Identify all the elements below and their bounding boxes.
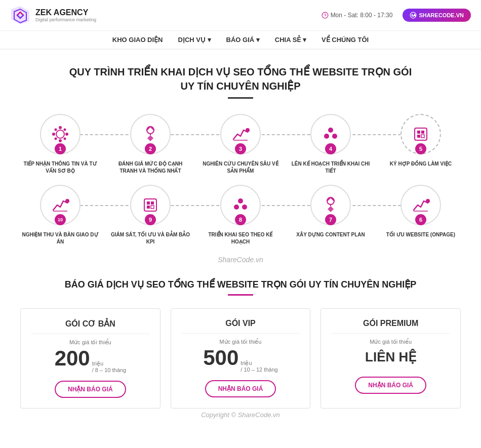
step-label-6: TỐI ƯU WEBSITE (ONPAGE) xyxy=(386,231,455,238)
svg-point-8 xyxy=(52,133,55,136)
pricing-btn-co-ban[interactable]: NHẬN BÁO GIÁ xyxy=(55,381,126,398)
step-3: 3 NGHIÊN CỨU CHUYÊN SÂU VỀ SẢN PHẨM xyxy=(201,114,280,175)
step-label-2: ĐÁNH GIÁ MỨC ĐỘ CẠNH TRANH VÀ THỐNG NHẤT xyxy=(110,160,190,175)
svg-point-11 xyxy=(64,129,66,131)
step-number-10: 10 xyxy=(55,214,66,225)
pricing-card-title-1: GÓI CƠ BẢN xyxy=(31,319,150,334)
svg-text:LA: LA xyxy=(412,14,416,17)
pricing-contact-3: LIÊN HỆ xyxy=(365,349,416,364)
svg-rect-21 xyxy=(415,128,427,140)
sharecode-button[interactable]: LA SHARECODE.VN xyxy=(403,9,471,22)
pricing-label-2: Mức giá tối thiểu xyxy=(181,339,300,345)
step-circle-9: 9 xyxy=(130,185,171,225)
step-number-5: 5 xyxy=(415,143,426,154)
svg-rect-30 xyxy=(151,201,154,205)
step7-icon xyxy=(322,196,340,214)
pricing-card-vip: GÓI VIP Mức giá tối thiểu 500 triệu / 10… xyxy=(171,308,311,409)
header-center: Mon - Sat: 8:00 - 17:30 LA SHARECODE.VN xyxy=(322,9,471,22)
step-circle-10: 10 xyxy=(40,185,81,225)
svg-rect-24 xyxy=(417,135,420,138)
step10-icon xyxy=(51,196,69,214)
svg-point-14 xyxy=(147,127,154,134)
svg-point-26 xyxy=(65,199,69,203)
pricing-unit-1: triệu xyxy=(92,360,126,367)
step-9: 9 GIÁM SÁT, TỐI ƯU VÀ ĐẢM BẢO KPI xyxy=(110,185,190,246)
pricing-btn-vip[interactable]: NHẬN BÁO GIÁ xyxy=(205,380,276,397)
pricing-duration-2: / 10 – 12 tháng xyxy=(240,366,277,373)
step-label-4: LÊN KẾ HOẠCH TRIỂN KHAI CHI TIẾT xyxy=(291,160,371,175)
pricing-unit-2: triệu xyxy=(240,360,277,366)
svg-point-20 xyxy=(332,134,337,139)
step4-icon xyxy=(322,125,340,143)
svg-point-16 xyxy=(246,128,250,132)
step-circle-4: 4 xyxy=(310,114,351,154)
step-circle-6: 6 xyxy=(400,185,441,225)
nav-kho-giao-dien[interactable]: KHO GIAO DIỆN xyxy=(112,36,163,44)
pricing-title: BÁO GIÁ DỊCH VỤ SEO TỔNG THỂ WEBSITE TRỌ… xyxy=(20,279,461,290)
step-label-9: GIÁM SÁT, TỐI ƯU VÀ ĐẢM BẢO KPI xyxy=(110,231,190,246)
pricing-btn-premium[interactable]: NHẬN BÁO GIÁ xyxy=(355,377,426,394)
step8-icon xyxy=(231,196,250,214)
svg-point-7 xyxy=(59,139,62,142)
step-label-8: TRIỂN KHAI SEO THEO KẾ HOẠCH xyxy=(201,231,280,246)
step9-icon xyxy=(141,196,159,214)
steps-row-2: 10 NGHIỆM THU VÀ BÀN GIAO DỰ ÁN 9 GIÁM xyxy=(20,185,461,246)
pricing-card-title-3: GÓI PREMIUM xyxy=(331,319,450,334)
step3-icon xyxy=(231,125,250,143)
copyright: Copyright © ShareCode.vn xyxy=(20,411,461,419)
logo-icon xyxy=(10,5,30,25)
title-divider xyxy=(228,97,253,99)
la-icon: LA xyxy=(410,12,417,19)
step1-icon xyxy=(51,125,69,143)
nav-dich-vu[interactable]: DỊCH VỤ ▾ xyxy=(178,36,211,44)
pricing-card-co-ban: GÓI CƠ BẢN Mức giá tối thiểu 200 triệu /… xyxy=(20,308,161,409)
step-number-2: 2 xyxy=(145,143,156,154)
svg-point-12 xyxy=(55,138,57,140)
time-label: Mon - Sat: 8:00 - 17:30 xyxy=(331,12,393,19)
svg-point-33 xyxy=(238,198,243,203)
step-circle-7: 7 xyxy=(310,185,351,225)
process-title: QUY TRÌNH TRIỂN KHAI DỊCH VỤ SEO TỔNG TH… xyxy=(20,65,461,93)
pricing-amount-1: 200 xyxy=(55,348,90,369)
step-label-7: XÂY DỰNG CONTENT PLAN xyxy=(296,231,365,238)
nav-ve-chung-toi[interactable]: VỀ CHÚNG TÔI xyxy=(322,36,369,44)
watermark: ShareCode.vn xyxy=(20,256,461,264)
pricing-card-title-2: GÓI VIP xyxy=(181,319,300,334)
logo-name: ZEK AGENCY xyxy=(35,8,96,17)
svg-point-35 xyxy=(242,205,247,210)
step-7: 7 XÂY DỰNG CONTENT PLAN xyxy=(291,185,371,246)
svg-rect-28 xyxy=(144,199,156,211)
sharecode-label: SHARECODE.VN xyxy=(419,12,464,18)
step-label-1: TIẾP NHẬN THÔNG TIN VÀ TƯ VẤN SƠ BỘ xyxy=(20,160,100,175)
step-5: 5 KÝ HỢP ĐỒNG LÀM VIỆC xyxy=(381,114,461,175)
main-content: QUY TRÌNH TRIỂN KHAI DỊCH VỤ SEO TỔNG TH… xyxy=(0,50,481,434)
header: ZEK AGENCY Digital performance marketing… xyxy=(0,0,481,31)
svg-point-13 xyxy=(64,138,66,140)
svg-rect-31 xyxy=(147,206,150,209)
step-label-5: KÝ HỢP ĐỒNG LÀM VIỆC xyxy=(390,160,452,168)
step-number-4: 4 xyxy=(325,143,336,154)
header-time: Mon - Sat: 8:00 - 17:30 xyxy=(322,12,393,19)
step5-icon xyxy=(412,125,430,143)
step-8: 8 TRIỂN KHAI SEO THEO KẾ HOẠCH xyxy=(201,185,280,246)
pricing-duration-1: / 8 – 10 tháng xyxy=(92,367,126,373)
step-circle-2: 2 xyxy=(130,114,171,154)
svg-point-38 xyxy=(426,199,430,203)
step-circle-1: 1 xyxy=(40,114,81,154)
svg-point-5 xyxy=(56,130,64,138)
svg-point-36 xyxy=(327,197,334,205)
step-number-3: 3 xyxy=(235,143,246,154)
pricing-grid: GÓI CƠ BẢN Mức giá tối thiểu 200 triệu /… xyxy=(20,308,461,409)
step-number-9: 9 xyxy=(145,214,156,225)
nav-bao-gia[interactable]: BÁO GIÁ ▾ xyxy=(226,36,260,44)
step-number-8: 8 xyxy=(235,214,246,225)
nav-chia-se[interactable]: CHIA SẺ ▾ xyxy=(275,36,306,44)
step-label-10: NGHIỆM THU VÀ BÀN GIAO DỰ ÁN xyxy=(20,231,100,246)
logo-text: ZEK AGENCY Digital performance marketing xyxy=(35,8,96,22)
step-4: 4 LÊN KẾ HOẠCH TRIỂN KHAI CHI TIẾT xyxy=(291,114,371,175)
step-2: 2 ĐÁNH GIÁ MỨC ĐỘ CẠNH TRANH VÀ THỐNG NH… xyxy=(110,114,190,175)
step2-icon xyxy=(141,125,159,143)
svg-rect-23 xyxy=(421,131,424,134)
svg-rect-25 xyxy=(421,135,424,138)
step-label-3: NGHIÊN CỨU CHUYÊN SÂU VỀ SẢN PHẨM xyxy=(201,160,280,175)
